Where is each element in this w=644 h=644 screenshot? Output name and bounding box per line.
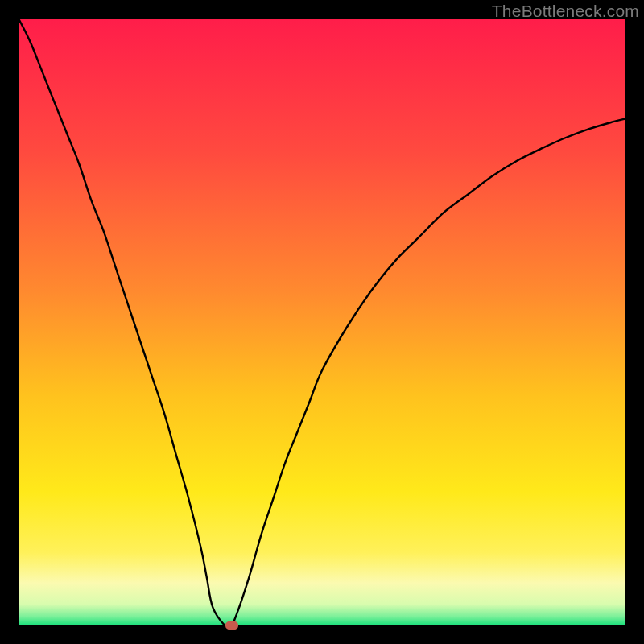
chart-frame: TheBottleneck.com [0,0,644,644]
bottleneck-curve [19,19,625,625]
watermark-text: TheBottleneck.com [492,2,639,21]
plot-area [19,19,625,625]
optimum-marker [225,621,238,630]
